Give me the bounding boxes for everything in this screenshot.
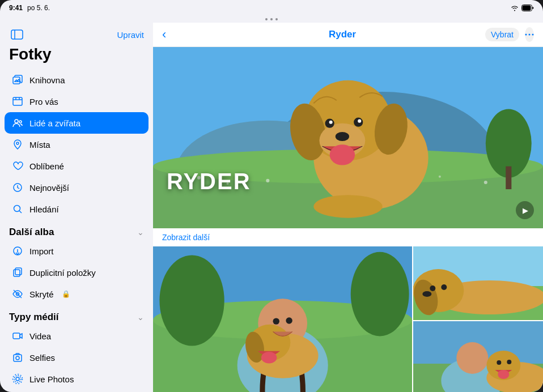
sidebar-item-lide-zvirata[interactable]: Lidé a zvířata (5, 112, 149, 134)
zobrazit-dalsi-link[interactable]: Zobrazit další (153, 228, 543, 246)
svg-rect-40 (506, 167, 511, 189)
svg-point-10 (19, 121, 22, 123)
photo-cell-br[interactable] (413, 321, 543, 392)
svg-point-50 (329, 121, 333, 124)
nav-label-pro-vas: Pro vás (29, 97, 58, 106)
ellipsis-icon (525, 33, 534, 36)
for-you-icon (11, 95, 24, 108)
sidebar-item-mista[interactable]: Místa (5, 134, 149, 155)
svg-point-80 (498, 370, 510, 379)
sidebar-item-pro-vas[interactable]: Pro vás (5, 91, 149, 112)
content-header-right: Vybrat (489, 27, 534, 42)
sidebar-item-hledani[interactable]: Hledání (5, 198, 149, 220)
hero-photo[interactable]: RYDER ▶ (153, 47, 543, 228)
svg-point-73 (423, 291, 432, 297)
status-bar: 9:41 po 5. 6. (0, 0, 543, 16)
svg-point-26 (525, 34, 527, 36)
photo-cell-tr[interactable] (413, 246, 543, 320)
svg-point-38 (484, 181, 487, 184)
battery-icon (521, 5, 534, 11)
svg-line-14 (19, 211, 22, 213)
nav-label-mista: Místa (29, 140, 50, 150)
nav-label-live-photos: Live Photos (29, 374, 74, 384)
sidebar-item-videa[interactable]: Videa (5, 325, 149, 347)
play-icon: ▶ (523, 206, 528, 215)
heart-icon (11, 160, 24, 172)
play-button[interactable]: ▶ (516, 201, 534, 219)
dot-1 (265, 18, 268, 20)
sidebar-item-oblibene[interactable]: Oblíbené (5, 155, 149, 177)
upravit-button[interactable]: Upravit (117, 30, 144, 40)
dalsi-alba-title: Další alba (9, 227, 54, 238)
sidebar-item-selfies[interactable]: Selfies (5, 347, 149, 368)
svg-point-63 (261, 352, 277, 364)
top-bar (0, 16, 543, 23)
grid-photo-1 (153, 246, 412, 392)
svg-point-64 (273, 318, 279, 324)
dalsi-alba-chevron: ⌄ (137, 228, 144, 237)
top-dots (265, 18, 278, 20)
svg-point-82 (507, 360, 512, 364)
sidebar-icon (11, 29, 23, 40)
svg-point-65 (286, 317, 292, 323)
vybrat-button[interactable]: Vybrat (485, 28, 519, 41)
places-icon (11, 138, 24, 151)
more-options-button[interactable] (525, 27, 534, 42)
svg-point-46 (330, 144, 355, 165)
svg-point-47 (336, 132, 349, 141)
nav-label-duplicitni: Duplicitní položky (29, 268, 96, 278)
main-container: Upravit Fotky Knihovna (0, 23, 543, 392)
svg-point-72 (442, 284, 447, 290)
nav-label-selfies: Selfies (29, 353, 55, 363)
sidebar-item-skryte[interactable]: Skryté 🔒 (5, 283, 149, 305)
svg-rect-1 (523, 6, 531, 11)
status-time: 9:41 (9, 4, 23, 12)
selfie-icon (11, 351, 24, 364)
svg-point-24 (14, 376, 21, 382)
svg-point-37 (439, 176, 441, 178)
status-date: po 5. 6. (27, 4, 50, 12)
content-header-left: ‹ (162, 28, 196, 41)
content-header: ‹ Ryder Vybrat (153, 23, 543, 47)
typy-medii-header[interactable]: Typy médií ⌄ (0, 305, 153, 325)
photo-cell-main[interactable] (153, 246, 412, 392)
people-pets-icon (11, 117, 24, 129)
dot-3 (275, 18, 278, 20)
sidebar-toggle-button[interactable] (9, 28, 25, 41)
svg-point-77 (457, 342, 489, 374)
album-title: Ryder (196, 29, 489, 40)
photo-library-icon (11, 74, 24, 86)
lock-icon: 🔒 (62, 290, 70, 298)
nav-label-import: Import (29, 246, 54, 256)
search-icon (11, 203, 24, 215)
svg-rect-5 (13, 97, 22, 105)
svg-point-13 (14, 206, 20, 212)
svg-point-23 (16, 377, 19, 381)
hero-image (153, 47, 543, 228)
live-photo-icon (11, 373, 24, 385)
sidebar-item-nejnovejsi[interactable]: Nejnovější (5, 177, 149, 198)
sidebar-item-duplicitni[interactable]: Duplicitní položky (5, 262, 149, 283)
svg-rect-17 (15, 268, 22, 275)
dalsi-alba-header[interactable]: Další alba ⌄ (0, 220, 153, 240)
nav-label-oblibene: Oblíbené (29, 161, 64, 171)
photo-content: RYDER ▶ Zobrazit další (153, 47, 543, 392)
sidebar-item-portrety[interactable]: Portréty (5, 390, 149, 392)
svg-point-56 (159, 255, 224, 346)
sidebar-item-live-photos[interactable]: Live Photos (5, 368, 149, 390)
typy-medii-chevron: ⌄ (137, 313, 144, 322)
svg-rect-20 (13, 333, 20, 339)
sidebar-item-import[interactable]: Import (5, 240, 149, 262)
svg-point-27 (529, 34, 531, 36)
back-button[interactable]: ‹ (162, 28, 166, 41)
nav-label-knihovna: Knihovna (29, 75, 65, 85)
nav-label-nejnovejsi: Nejnovější (29, 183, 69, 193)
svg-point-57 (351, 252, 409, 336)
svg-point-9 (15, 120, 18, 123)
sidebar-item-knihovna[interactable]: Knihovna (5, 69, 149, 91)
svg-point-71 (430, 286, 436, 291)
duplicate-icon (11, 266, 24, 279)
svg-rect-16 (14, 270, 20, 276)
status-icons (510, 5, 534, 11)
ryder-name-label: RYDER (167, 169, 251, 194)
